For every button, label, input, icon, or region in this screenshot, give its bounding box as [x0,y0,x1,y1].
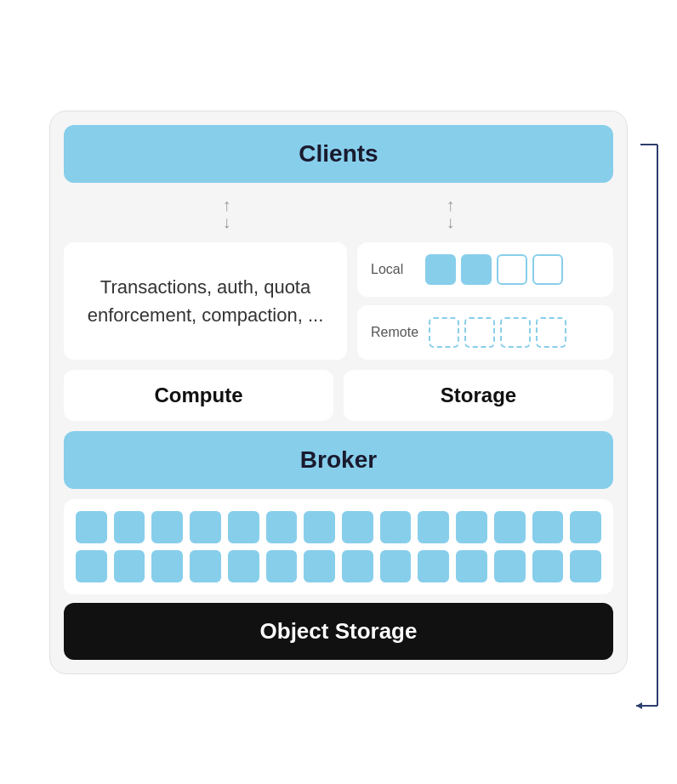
clients-label: Clients [299,140,378,167]
object-storage-bar: Object Storage [64,603,613,660]
storage-label: Storage [441,383,516,406]
broker-bar: Broker [64,431,613,489]
local-block-3 [497,254,527,285]
grid-block [456,550,487,582]
main-card: Clients ↑ ↓ ↑ ↓ Transactions, auth, quot… [49,111,628,674]
grid-block [266,511,298,543]
grid-block [380,511,412,543]
grid-block [76,511,107,543]
local-label: Local [371,262,415,277]
storage-label-box: Storage [344,370,613,421]
side-bracket [632,136,677,723]
diagram-wrapper: Clients ↑ ↓ ↑ ↓ Transactions, auth, quot… [49,111,628,674]
compute-description-text: Transactions, auth, quota enforcement, c… [77,273,333,329]
arrow-up-icon-2: ↑ [447,196,455,213]
storage-panel: Local Remote [357,242,613,360]
blocks-row-2 [76,550,601,582]
grid-block [151,550,183,582]
grid-block [494,511,526,543]
local-blocks [425,254,563,285]
svg-marker-4 [636,702,642,709]
object-storage-label: Object Storage [260,618,418,644]
grid-block [151,511,183,543]
labels-row: Compute Storage [64,370,613,421]
compute-label-box: Compute [64,370,333,421]
remote-storage-row: Remote [357,305,613,360]
remote-label: Remote [371,325,418,340]
remote-blocks [429,317,566,348]
grid-block [190,511,221,543]
grid-block [114,550,145,582]
grid-block [418,550,449,582]
remote-block-1 [429,317,459,348]
object-storage-section [64,499,613,594]
remote-block-3 [500,317,531,348]
grid-block [342,550,373,582]
blocks-row-1 [76,511,601,543]
arrow-left: ↑ ↓ [223,196,231,230]
grid-block [532,550,564,582]
grid-block [494,550,526,582]
remote-block-4 [536,317,566,348]
grid-block [342,511,373,543]
arrows-row: ↑ ↓ ↑ ↓ [64,191,613,236]
arrow-right: ↑ ↓ [447,196,455,230]
blocks-grid [76,511,601,582]
grid-block [228,550,259,582]
local-storage-row: Local [357,242,613,297]
arrow-down-icon-2: ↓ [447,213,455,230]
grid-block [114,511,145,543]
grid-block [570,511,601,543]
grid-block [418,511,449,543]
remote-block-2 [464,317,495,348]
grid-block [570,550,601,582]
grid-block [266,550,298,582]
grid-block [456,511,487,543]
compute-label: Compute [155,383,243,406]
clients-bar: Clients [64,125,613,183]
middle-section: Transactions, auth, quota enforcement, c… [64,242,613,360]
arrow-down-icon: ↓ [223,213,231,230]
arrow-up-icon: ↑ [223,196,231,213]
grid-block [380,550,412,582]
compute-description-panel: Transactions, auth, quota enforcement, c… [64,242,347,360]
grid-block [304,511,335,543]
broker-label: Broker [300,446,377,473]
grid-block [76,550,107,582]
grid-block [190,550,221,582]
local-block-2 [461,254,492,285]
local-block-1 [425,254,456,285]
grid-block [532,511,564,543]
grid-block [304,550,335,582]
local-block-4 [532,254,563,285]
grid-block [228,511,259,543]
